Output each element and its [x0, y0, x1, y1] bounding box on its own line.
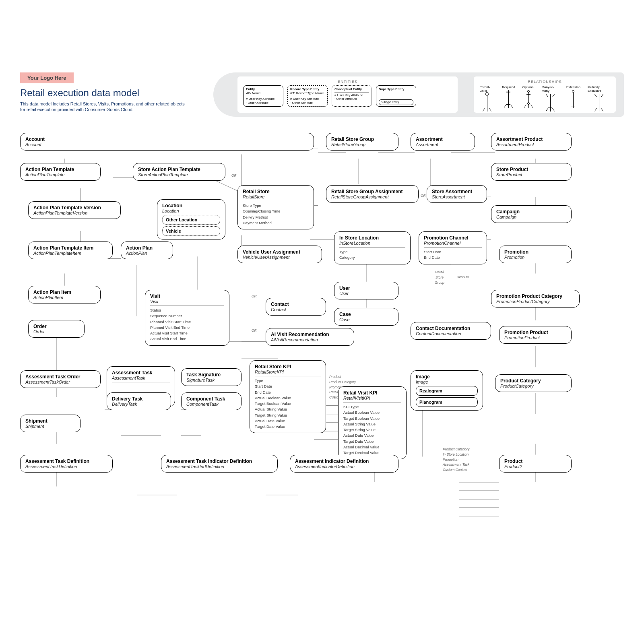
legend-entity-api: API Name: [246, 91, 260, 95]
legend-subtype-box: Subtype Entity: [379, 99, 413, 105]
legend-relationships-label: RELATIONSHIPS: [479, 80, 610, 84]
entity-assessment-indicator-definition: Assessment Indicator Definition Assessme…: [290, 455, 398, 473]
entity-vehicle-user-assignment: Vehicle User Assignment VehicleUserAssig…: [237, 246, 322, 263]
entity-assessment-task-definition: Assessment Task Definition AssessmentTas…: [20, 455, 113, 473]
entity-assessment-task-order: Assessment Task Order AssessmentTaskOrde…: [20, 370, 101, 388]
entity-action-plan-template-item: Action Plan Template Item ActionPlanTemp…: [28, 242, 113, 259]
entity-image: Image Image Realogram Planogram: [411, 370, 483, 411]
entity-store-assortment: Store Assortment StoreAssortment: [427, 185, 487, 203]
legend-entity-attr: · Other Attribute: [246, 101, 268, 105]
entity-retail-store-group: Retail Store Group RetailStoreGroup: [326, 133, 398, 151]
entity-promotion-product-category: Promotion Product Category PromotionProd…: [491, 290, 580, 308]
entity-ai-visit-recommendation: AI Visit Recommendation AiVisitRecommend…: [266, 328, 354, 346]
legend-entity-attr: # User Key Attribute: [246, 97, 275, 101]
entity-retail-store-group-assignment: Retail Store Group Assignment RetailStor…: [326, 185, 419, 203]
entity-user: User User: [334, 282, 398, 299]
rel-optional: Optional: [522, 85, 535, 108]
legend-entities-label: ENTITIES: [243, 80, 452, 84]
entity-promotion: Promotion Promotion: [499, 246, 572, 263]
entity-shipment: Shipment Shipment: [20, 415, 80, 432]
legend-entities: ENTITIES Entity API Name # User Key Attr…: [237, 76, 458, 113]
entity-contact-documentation: Contact Documentation ContentDocumentati…: [411, 322, 491, 340]
entity-retail-store: Retail Store RetailStore Store Type Open…: [237, 185, 314, 229]
entity-in-store-location: In Store Location InStoreLocation Type C…: [334, 231, 411, 264]
or-label: OR: [421, 193, 426, 198]
entity-product-category: Product Category ProductCategory: [495, 374, 572, 392]
entity-action-plan: Action Plan ActionPlan: [121, 242, 173, 259]
entity-contact: Contact Contact: [266, 298, 326, 316]
legend-conceptual-attr: · Other Attribute: [334, 97, 357, 101]
entity-retail-store-kpi: Retail Store KPI RetailStoreKPI Type Sta…: [250, 360, 326, 433]
entity-realogram: Realogram: [416, 386, 478, 396]
rel-mutually-exclusive: Mutually Exclusive: [588, 85, 610, 111]
entity-assortment: Assortment Assortment: [411, 133, 475, 151]
entity-action-plan-template-version: Action Plan Template Version ActionPlanT…: [28, 201, 121, 219]
legend-entity-title: Entity: [246, 87, 255, 91]
entity-store-product: Store Product StoreProduct: [491, 163, 572, 181]
promo-channel-account-link: Account: [457, 275, 469, 280]
legend-conceptual-box: Conceptual Entity # User Key Attribute ·…: [332, 85, 372, 107]
entity-delivery-task: Delivery Task DeliveryTask: [107, 392, 171, 410]
or-label: OR: [252, 294, 257, 299]
diagram-subtitle: This data model includes Retail Stores, …: [20, 101, 189, 113]
legend-record-api: RT: Record Type Name: [290, 91, 324, 95]
entity-other-location: Other Location: [162, 215, 220, 225]
product-link-labels: Product Category In Store Location Promo…: [443, 447, 469, 473]
legend-record-box: Record Type Entity RT: Record Type Name …: [287, 85, 328, 107]
entity-planogram: Planogram: [416, 397, 478, 407]
rel-parent-child: Parent-Child: [479, 85, 495, 111]
entity-store-action-plan-template: Store Action Plan Template StoreActionPl…: [133, 163, 225, 181]
entity-location: Location Location Other Location Vehicle: [157, 199, 225, 239]
entity-promotion-channel: Promotion Channel PromotionChannel Start…: [419, 231, 487, 264]
entity-vehicle: Vehicle: [162, 226, 220, 236]
legend-record-attr: # User Key Attribute: [290, 97, 319, 101]
legend-record-title: Record Type Entity: [290, 87, 319, 91]
entity-assortment-product: Assortment Product AssortmentProduct: [491, 133, 572, 151]
rel-required: Required: [502, 85, 515, 108]
legend-supertype-title: Supertype Entity: [379, 87, 405, 91]
entity-case: Case Case: [334, 308, 398, 326]
or-label: OR: [252, 328, 257, 333]
legend-supertype-box: Supertype Entity Subtype Entity: [376, 85, 416, 107]
legend-conceptual-attr: # User Key Attribute: [334, 93, 363, 97]
entity-campaign: Campaign Campaign: [491, 205, 572, 223]
diagram-canvas: Account Account Retail Store Group Retai…: [16, 129, 628, 572]
entity-action-plan-template: Action Plan Template ActionPlanTemplate: [20, 163, 101, 181]
entity-retail-visit-kpi: Retail Visit KPI RetailVisitKPI KPI Type…: [338, 386, 407, 459]
or-label: OR: [231, 173, 237, 178]
legend-entity-box: Entity API Name # User Key Attribute · O…: [243, 85, 283, 107]
entity-assessment-task-indicator-definition: Assessment Task Indicator Definition Ass…: [161, 455, 278, 473]
entity-promotion-product: Promotion Product PromotionProduct: [499, 326, 572, 344]
entity-order: Order Order: [28, 320, 85, 338]
entity-product: Product Product2: [499, 455, 572, 473]
rel-many-many: Many-to-Many: [541, 85, 559, 111]
legend-record-attr: · Other Attribute: [290, 101, 313, 105]
legend: ENTITIES Entity API Name # User Key Attr…: [213, 72, 624, 117]
logo-placeholder: Your Logo Here: [20, 72, 74, 83]
legend-conceptual-title: Conceptual Entity: [334, 87, 362, 91]
entity-action-plan-item: Action Plan Item ActionPlanItem: [28, 286, 101, 303]
entity-account: Account Account: [20, 133, 314, 151]
promo-channel-links: Retail Store Group: [435, 270, 444, 285]
entity-task-signature: Task Signature SignatureTask: [181, 368, 242, 386]
entity-visit: Visit Visit Status Sequence Number Plann…: [145, 290, 229, 346]
connectors: [16, 129, 628, 572]
legend-relationships: RELATIONSHIPS Parent-Child Required Opti…: [474, 76, 616, 113]
rel-extension: Extension: [566, 85, 580, 108]
entity-component-task: Component Task ComponentTask: [181, 392, 242, 410]
